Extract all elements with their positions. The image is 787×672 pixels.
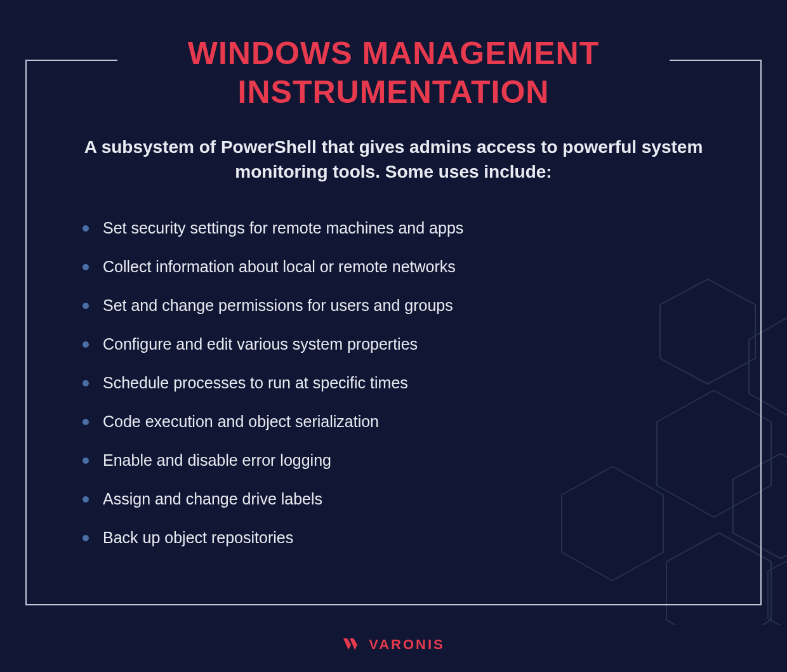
bullet-icon	[83, 380, 89, 386]
bullet-icon	[83, 535, 89, 541]
list-item: Assign and change drive labels	[83, 490, 463, 508]
list-item: Set and change permissions for users and…	[83, 296, 463, 315]
description: A subsystem of PowerShell that gives adm…	[63, 135, 724, 184]
brand-footer: VARONIS	[0, 636, 787, 653]
title-line-1: WINDOWS MANAGEMENT	[188, 36, 600, 71]
list-item: Configure and edit various system proper…	[83, 335, 463, 353]
bullet-icon	[83, 264, 89, 270]
list-item-text: Back up object repositories	[103, 529, 293, 547]
brand-name: VARONIS	[369, 636, 445, 653]
bullet-icon	[83, 341, 89, 348]
uses-list: Set security settings for remote machine…	[83, 219, 463, 567]
bullet-icon	[83, 419, 89, 425]
bullet-icon	[83, 458, 89, 464]
list-item: Code execution and object serialization	[83, 412, 463, 431]
list-item-text: Set and change permissions for users and…	[103, 296, 453, 315]
title-container: WINDOWS MANAGEMENT INSTRUMENTATION	[0, 34, 787, 112]
bullet-icon	[83, 303, 89, 309]
list-item-text: Code execution and object serialization	[103, 412, 379, 431]
list-item-text: Schedule processes to run at specific ti…	[103, 374, 408, 392]
page-title: WINDOWS MANAGEMENT INSTRUMENTATION	[169, 34, 619, 112]
list-item-text: Collect information about local or remot…	[103, 258, 456, 276]
list-item: Set security settings for remote machine…	[83, 219, 463, 237]
list-item-text: Configure and edit various system proper…	[103, 335, 418, 353]
bullet-icon	[83, 225, 89, 232]
list-item-text: Set security settings for remote machine…	[103, 219, 463, 237]
list-item: Back up object repositories	[83, 529, 463, 547]
bullet-icon	[83, 496, 89, 503]
list-item: Schedule processes to run at specific ti…	[83, 374, 463, 392]
list-item-text: Assign and change drive labels	[103, 490, 322, 508]
varonis-logo-icon	[342, 637, 362, 652]
list-item: Enable and disable error logging	[83, 451, 463, 470]
title-line-2: INSTRUMENTATION	[238, 74, 550, 110]
list-item-text: Enable and disable error logging	[103, 451, 331, 470]
list-item: Collect information about local or remot…	[83, 258, 463, 276]
